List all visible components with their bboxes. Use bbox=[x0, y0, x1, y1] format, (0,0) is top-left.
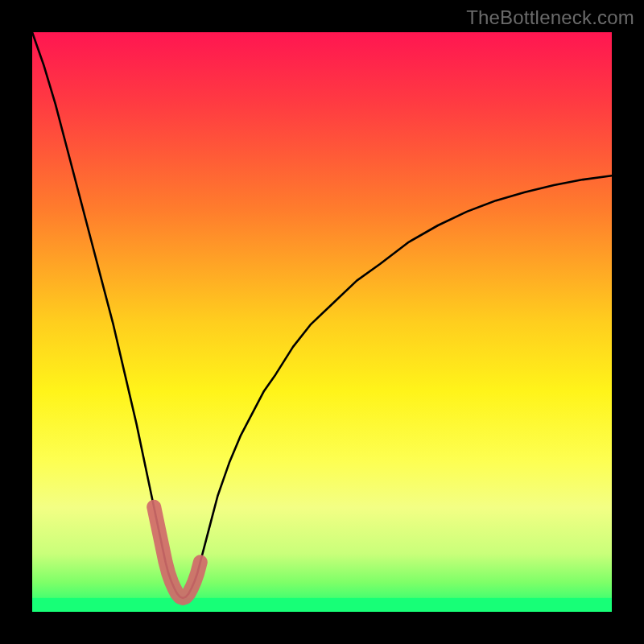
outer-frame: TheBottleneck.com bbox=[0, 0, 644, 644]
gradient-background bbox=[32, 32, 612, 612]
chart-svg bbox=[32, 32, 612, 612]
watermark-text: TheBottleneck.com bbox=[466, 6, 634, 29]
green-band bbox=[32, 598, 612, 612]
plot-area bbox=[32, 32, 612, 612]
